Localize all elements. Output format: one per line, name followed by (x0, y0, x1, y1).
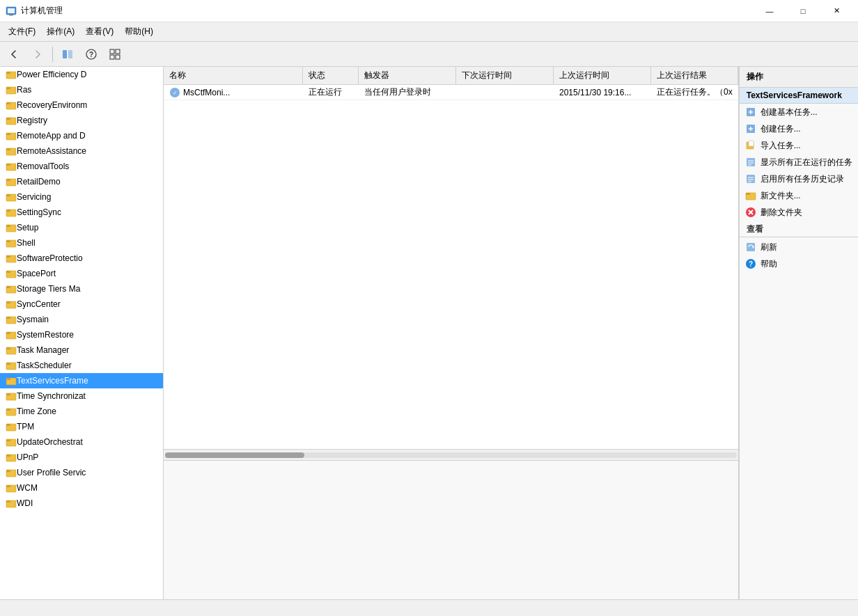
tree-item[interactable]: Power Efficiency D (0, 67, 163, 82)
action-show-running[interactable]: 显示所有正在运行的任务 (740, 154, 858, 171)
col-header-last-run[interactable]: 上次运行时间 (554, 67, 651, 84)
tree-item[interactable]: WDI (0, 496, 163, 511)
tree-item[interactable]: Sysmain (0, 312, 163, 327)
window-controls[interactable]: — □ ✕ (754, 0, 852, 22)
menu-view[interactable]: 查看(V) (80, 23, 119, 40)
tree-item[interactable]: TextServicesFrame (0, 373, 163, 388)
cell-trigger: 当任何用户登录时 (359, 85, 456, 100)
menu-help[interactable]: 帮助(H) (119, 23, 159, 40)
svg-text:✓: ✓ (173, 90, 178, 96)
horizontal-scrollbar[interactable] (164, 449, 738, 460)
toolbar: ? (0, 42, 858, 67)
tree-item[interactable]: WCM (0, 480, 163, 496)
actions-section-title: TextServicesFramework ▲ (740, 88, 858, 104)
tree-item[interactable]: Storage Tiers Ma (0, 281, 163, 297)
svg-rect-48 (6, 347, 10, 349)
svg-rect-32 (6, 225, 10, 227)
tree-item[interactable]: Shell (0, 235, 163, 251)
tree-item[interactable]: RemoteApp and D (0, 128, 163, 143)
svg-rect-44 (6, 317, 10, 319)
table-body: ✓ MsCtfMoni... 正在运行 当任何用户登录时 2015/11/30 … (164, 85, 738, 449)
col-header-status[interactable]: 状态 (303, 67, 359, 84)
middle-panel: 名称 状态 触发器 下次运行时间 上次运行时间 上次运行结果 ✓ MsCtfMo… (164, 67, 739, 599)
svg-rect-36 (6, 255, 10, 258)
back-button[interactable] (3, 45, 25, 64)
cell-next-run (456, 85, 554, 100)
detail-panel (164, 460, 738, 599)
svg-rect-24 (6, 164, 10, 166)
menu-action[interactable]: 操作(A) (41, 23, 80, 40)
action-import-task[interactable]: 导入任务... (740, 137, 858, 154)
main-layout: Power Efficiency D Ras RecoveryEnvironm … (0, 67, 858, 599)
view-section-header: 查看 (740, 221, 858, 237)
create-basic-task-icon (745, 106, 756, 118)
svg-rect-3 (63, 50, 67, 58)
scroll-track[interactable] (165, 452, 737, 458)
maximize-button[interactable]: □ (787, 0, 819, 22)
help-icon: ? (745, 258, 756, 269)
tree-item[interactable]: User Profile Servic (0, 465, 163, 480)
col-header-last-result[interactable]: 上次运行结果 (651, 67, 738, 84)
col-header-trigger[interactable]: 触发器 (359, 67, 456, 84)
cell-status: 正在运行 (303, 85, 359, 100)
help-toolbar-button[interactable]: ? (80, 45, 102, 64)
menu-file[interactable]: 文件(F) (3, 23, 41, 40)
action-new-folder[interactable]: 新文件夹... (740, 187, 858, 204)
action-help[interactable]: ? 帮助 (740, 255, 858, 272)
table-row[interactable]: ✓ MsCtfMoni... 正在运行 当任何用户登录时 2015/11/30 … (164, 85, 738, 100)
tree-item[interactable]: Time Synchronizat (0, 388, 163, 404)
action-enable-history[interactable]: 启用所有任务历史记录 (740, 171, 858, 187)
tree-item[interactable]: SyncCenter (0, 297, 163, 312)
svg-rect-20 (6, 133, 10, 135)
tree-item[interactable]: RetailDemo (0, 174, 163, 189)
tree-item[interactable]: RecoveryEnvironm (0, 97, 163, 113)
close-button[interactable]: ✕ (820, 0, 852, 22)
svg-rect-34 (6, 240, 10, 242)
tree-item[interactable]: RemovalTools (0, 159, 163, 174)
tree-item[interactable]: TPM (0, 419, 163, 434)
svg-rect-60 (6, 439, 10, 441)
tree-item[interactable]: SystemRestore (0, 327, 163, 342)
tree-item[interactable]: UpdateOrchestrat (0, 434, 163, 450)
action-create-basic[interactable]: 创建基本任务... (740, 104, 858, 120)
forward-button[interactable] (26, 45, 49, 64)
svg-rect-68 (6, 500, 10, 503)
scroll-thumb[interactable] (165, 452, 304, 458)
svg-rect-8 (116, 49, 120, 54)
svg-rect-12 (6, 72, 10, 74)
right-panel: 操作 TextServicesFramework ▲ 创建基本任务... (739, 67, 858, 599)
svg-rect-52 (6, 378, 10, 380)
cell-last-result: 正在运行任务。（0x (651, 85, 738, 100)
tree-item[interactable]: SpacePort (0, 266, 163, 281)
tree-item[interactable]: Task Manager (0, 342, 163, 358)
tree-item[interactable]: Setup (0, 220, 163, 235)
minimize-button[interactable]: — (754, 0, 786, 22)
action-create-task[interactable]: 创建任务... (740, 120, 858, 137)
action-delete-folder[interactable]: 删除文件夹 (740, 204, 858, 221)
svg-rect-78 (749, 141, 754, 146)
svg-rect-46 (6, 332, 10, 334)
create-task-icon (745, 123, 756, 134)
tree-item[interactable]: Time Zone (0, 404, 163, 419)
tree-item[interactable]: SoftwareProtectio (0, 251, 163, 266)
show-hide-button[interactable] (56, 45, 79, 64)
tree-item[interactable]: Servicing (0, 189, 163, 205)
svg-rect-40 (6, 286, 10, 288)
refresh-icon (745, 242, 756, 253)
svg-rect-54 (6, 393, 10, 395)
col-header-name[interactable]: 名称 (164, 67, 303, 84)
tree-item[interactable]: SettingSync (0, 205, 163, 220)
actions-header: 操作 (740, 67, 858, 88)
enable-history-icon (745, 173, 756, 184)
svg-rect-42 (6, 301, 10, 303)
svg-rect-4 (68, 50, 72, 58)
tree-item[interactable]: Registry (0, 113, 163, 128)
col-header-next-run[interactable]: 下次运行时间 (456, 67, 554, 84)
tree-item[interactable]: UPnP (0, 450, 163, 465)
tree-item[interactable]: Ras (0, 82, 163, 97)
action-refresh[interactable]: 刷新 (740, 239, 858, 255)
grid-button[interactable] (104, 45, 126, 64)
tree-item[interactable]: TaskScheduler (0, 358, 163, 373)
svg-text:?: ? (89, 51, 93, 58)
tree-item[interactable]: RemoteAssistance (0, 143, 163, 159)
